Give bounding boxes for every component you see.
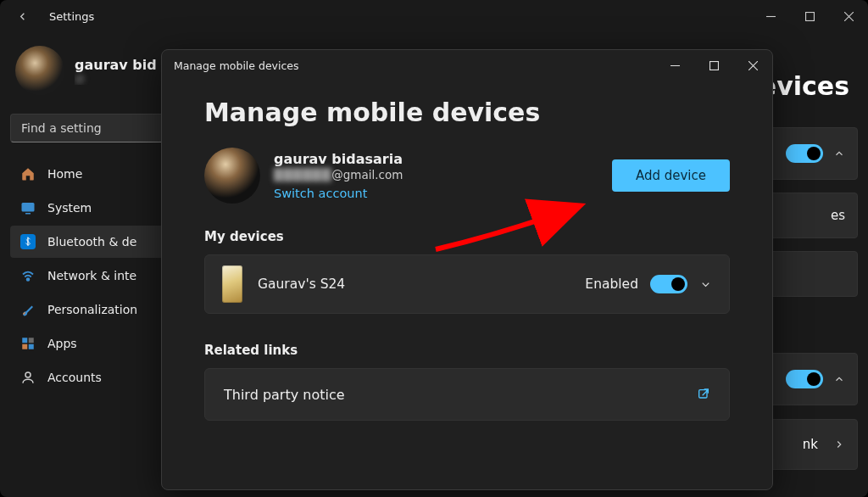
avatar bbox=[15, 46, 64, 95]
settings-app-title: Settings bbox=[49, 10, 751, 23]
bluetooth-icon bbox=[20, 234, 36, 249]
add-device-button[interactable]: Add device bbox=[612, 159, 730, 192]
account-row: gaurav bidasaria ██████ @gmail.com Switc… bbox=[204, 148, 730, 204]
chevron-right-icon bbox=[833, 438, 845, 450]
svg-rect-6 bbox=[22, 338, 27, 343]
toggle-icon[interactable] bbox=[786, 370, 823, 388]
bg-card-5[interactable]: nk bbox=[765, 419, 858, 470]
third-party-notice-link[interactable]: Third party notice bbox=[204, 368, 730, 421]
sidebar-item-label: Network & inte bbox=[47, 269, 136, 282]
account-name: gaurav bidasaria bbox=[274, 151, 403, 167]
svg-point-5 bbox=[27, 278, 30, 281]
account-email-hidden: ██████ bbox=[274, 167, 331, 183]
account-email-domain: @gmail.com bbox=[331, 167, 403, 183]
svg-rect-0 bbox=[805, 12, 814, 20]
svg-rect-3 bbox=[25, 213, 31, 215]
bg-card-toggle-1[interactable] bbox=[765, 127, 858, 180]
system-icon bbox=[20, 200, 36, 215]
device-status: Enabled bbox=[585, 276, 638, 292]
maximize-icon[interactable] bbox=[694, 50, 733, 81]
dialog-heading: Manage mobile devices bbox=[204, 98, 730, 127]
brush-icon bbox=[20, 302, 36, 317]
close-icon[interactable] bbox=[733, 50, 772, 81]
sidebar-item-label: Bluetooth & de bbox=[47, 235, 136, 248]
minimize-icon[interactable] bbox=[655, 50, 694, 81]
chevron-up-icon bbox=[833, 148, 845, 159]
svg-rect-2 bbox=[22, 203, 35, 212]
chevron-down-icon[interactable] bbox=[699, 278, 712, 291]
sidebar-item-label: Home bbox=[47, 167, 82, 181]
phone-icon bbox=[222, 265, 242, 303]
back-icon[interactable] bbox=[14, 8, 31, 25]
settings-titlebar: Settings bbox=[0, 0, 868, 32]
profile-name: gaurav bid bbox=[75, 57, 157, 73]
device-toggle[interactable] bbox=[650, 275, 687, 293]
link-label: Third party notice bbox=[224, 387, 345, 403]
chevron-up-icon bbox=[833, 373, 845, 385]
device-name: Gaurav's S24 bbox=[258, 276, 345, 292]
profile-email-hidden: @ bbox=[75, 73, 157, 85]
related-links-label: Related links bbox=[204, 343, 730, 358]
bg-card-toggle-4[interactable] bbox=[765, 353, 858, 405]
close-icon[interactable] bbox=[829, 0, 868, 32]
dialog-titlebar: Manage mobile devices bbox=[162, 50, 772, 81]
svg-rect-12 bbox=[699, 390, 707, 398]
bg-card-3[interactable] bbox=[765, 251, 858, 297]
svg-rect-8 bbox=[22, 344, 27, 349]
wifi-icon bbox=[20, 268, 36, 283]
external-link-icon bbox=[697, 388, 710, 401]
device-card[interactable]: Gaurav's S24 Enabled bbox=[204, 254, 730, 314]
switch-account-link[interactable]: Switch account bbox=[274, 187, 403, 200]
sidebar-item-label: System bbox=[47, 201, 92, 215]
apps-icon bbox=[20, 336, 36, 351]
window-controls-dialog bbox=[655, 50, 772, 81]
sidebar-item-label: Accounts bbox=[47, 371, 102, 384]
bg-card-2[interactable]: es bbox=[765, 193, 858, 238]
maximize-icon[interactable] bbox=[790, 0, 829, 32]
sidebar-item-label: Apps bbox=[47, 337, 77, 350]
sidebar-item-label: Personalization bbox=[47, 303, 137, 316]
toggle-icon[interactable] bbox=[786, 144, 823, 163]
manage-devices-dialog: Manage mobile devices Manage mobile devi… bbox=[161, 49, 773, 490]
bg-card-label: es bbox=[831, 208, 845, 223]
avatar bbox=[204, 148, 260, 204]
svg-rect-9 bbox=[29, 344, 34, 349]
minimize-icon[interactable] bbox=[751, 0, 790, 32]
svg-rect-7 bbox=[29, 338, 34, 343]
bg-card-label: nk bbox=[803, 437, 818, 452]
svg-point-10 bbox=[25, 372, 31, 377]
window-controls-settings bbox=[751, 0, 868, 32]
my-devices-label: My devices bbox=[204, 229, 730, 244]
person-icon bbox=[20, 370, 36, 385]
svg-rect-11 bbox=[709, 61, 718, 70]
search-placeholder: Find a setting bbox=[21, 121, 102, 135]
home-icon bbox=[20, 166, 36, 181]
dialog-window-title: Manage mobile devices bbox=[174, 59, 299, 72]
